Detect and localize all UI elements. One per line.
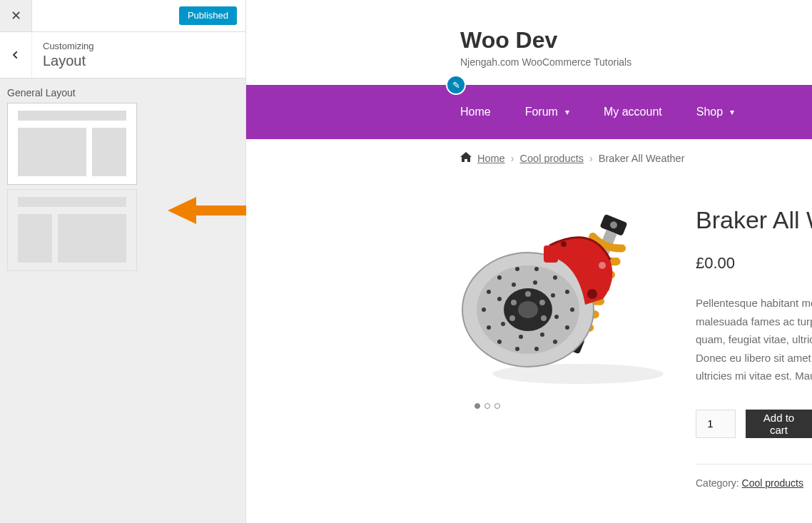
svg-point-10 xyxy=(497,275,502,280)
layout-option-right-sidebar[interactable] xyxy=(7,103,137,185)
svg-point-24 xyxy=(512,283,516,287)
main-nav: ✎ Home Forum ▾ My account Shop ▾ xyxy=(246,85,812,139)
nav-label: Shop xyxy=(696,106,723,118)
product: Braker All W £0.00 Pellentesque habitant… xyxy=(246,178,812,489)
publish-status-button[interactable]: Published xyxy=(179,6,237,25)
nav-label: Home xyxy=(460,106,491,118)
svg-point-29 xyxy=(519,335,523,339)
svg-point-16 xyxy=(565,325,569,330)
svg-point-1 xyxy=(492,364,664,384)
category-line: Category: Cool products xyxy=(696,477,812,489)
layout-options xyxy=(7,103,238,271)
breadcrumb: Home › Cool products › Braker All Weathe… xyxy=(246,139,812,178)
svg-point-35 xyxy=(509,315,515,321)
svg-point-28 xyxy=(540,332,544,337)
svg-point-41 xyxy=(561,241,567,247)
close-customizer-button[interactable]: ✕ xyxy=(0,0,32,31)
breadcrumb-category[interactable]: Cool products xyxy=(520,153,584,164)
svg-point-40 xyxy=(599,262,606,269)
product-image[interactable] xyxy=(460,206,674,413)
svg-point-22 xyxy=(482,308,486,312)
svg-point-30 xyxy=(501,322,505,326)
svg-point-20 xyxy=(497,340,502,344)
svg-point-26 xyxy=(551,293,555,298)
nav-item-home[interactable]: Home xyxy=(460,106,491,118)
customizer-actions: Published xyxy=(32,0,245,31)
add-to-cart-row: Add to cart xyxy=(696,410,812,438)
nav-label: My account xyxy=(604,106,662,118)
panel-body: General Layout xyxy=(0,78,245,280)
svg-point-14 xyxy=(565,290,569,294)
breadcrumb-separator: › xyxy=(511,153,514,164)
breadcrumb-current: Braker All Weather xyxy=(599,153,685,164)
breadcrumb-separator: › xyxy=(589,153,593,164)
nav-label: Forum xyxy=(525,106,558,118)
pencil-icon: ✎ xyxy=(452,80,460,91)
svg-point-36 xyxy=(541,315,547,321)
svg-point-19 xyxy=(515,347,519,351)
svg-point-11 xyxy=(515,267,519,271)
nav-item-shop[interactable]: Shop ▾ xyxy=(696,106,734,118)
product-title: Braker All W xyxy=(696,206,812,234)
product-illustration-icon xyxy=(460,206,674,392)
gallery-dot[interactable] xyxy=(474,403,480,409)
chevron-left-icon xyxy=(11,50,21,60)
customizer-sidebar: ✕ Published Customizing Layout General L… xyxy=(0,0,246,523)
site-tagline: Njengah.com WooCommerce Tutorials xyxy=(460,56,812,68)
chevron-down-icon: ▾ xyxy=(730,107,734,117)
preview-pane: Woo Dev Njengah.com WooCommerce Tutorial… xyxy=(246,0,812,523)
svg-point-27 xyxy=(554,315,559,319)
svg-point-33 xyxy=(511,300,517,305)
svg-point-15 xyxy=(570,308,574,312)
chevron-down-icon: ▾ xyxy=(565,107,569,117)
nav-item-forum[interactable]: Forum ▾ xyxy=(525,106,569,118)
svg-point-38 xyxy=(587,289,597,299)
add-to-cart-button[interactable]: Add to cart xyxy=(746,410,812,438)
product-description: Pellentesque habitant morb malesuada fam… xyxy=(696,294,812,385)
product-info: Braker All W £0.00 Pellentesque habitant… xyxy=(696,206,812,489)
product-price: £0.00 xyxy=(696,254,812,273)
svg-point-23 xyxy=(497,297,502,301)
svg-point-34 xyxy=(539,300,545,305)
section-header: Customizing Layout xyxy=(0,32,245,78)
svg-rect-39 xyxy=(544,245,558,263)
customizer-top-bar: ✕ Published xyxy=(0,0,245,32)
gallery-dots xyxy=(474,403,500,409)
section-name: Layout xyxy=(43,53,235,69)
back-button[interactable] xyxy=(0,32,32,78)
category-label: Category: xyxy=(696,477,742,489)
site-header: Woo Dev Njengah.com WooCommerce Tutorial… xyxy=(246,0,812,85)
svg-point-13 xyxy=(553,275,557,280)
layout-option-left-sidebar[interactable] xyxy=(7,189,137,271)
divider xyxy=(696,464,812,464)
svg-point-17 xyxy=(553,340,557,344)
section-titles: Customizing Layout xyxy=(32,32,245,78)
customizing-label: Customizing xyxy=(43,41,235,51)
svg-point-18 xyxy=(534,347,539,351)
svg-point-25 xyxy=(533,280,537,285)
svg-point-12 xyxy=(534,267,539,271)
gallery-dot[interactable] xyxy=(484,403,490,409)
breadcrumb-home[interactable]: Home xyxy=(477,153,505,164)
site-title[interactable]: Woo Dev xyxy=(460,27,812,54)
close-icon: ✕ xyxy=(11,8,21,24)
home-icon xyxy=(460,152,472,165)
svg-point-37 xyxy=(525,291,531,297)
category-link[interactable]: Cool products xyxy=(742,477,803,489)
svg-point-21 xyxy=(487,325,491,330)
edit-shortcut-button[interactable]: ✎ xyxy=(446,75,466,95)
gallery-dot[interactable] xyxy=(494,403,500,409)
quantity-stepper[interactable] xyxy=(696,410,736,438)
svg-point-9 xyxy=(487,290,491,294)
control-label-general-layout: General Layout xyxy=(7,87,238,98)
nav-item-my-account[interactable]: My account xyxy=(604,106,662,118)
svg-point-32 xyxy=(518,301,538,318)
